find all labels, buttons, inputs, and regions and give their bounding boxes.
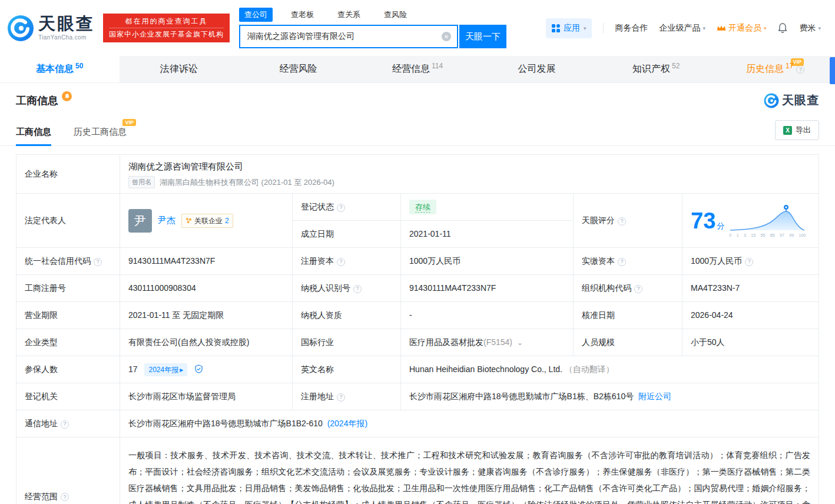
field-label: 经营范围?: [16, 437, 120, 504]
apps-menu[interactable]: 应用 ▾: [546, 18, 592, 38]
divider: [603, 23, 604, 34]
chevron-down-icon: ▾: [764, 25, 767, 31]
field-label: 登记机关: [16, 383, 120, 410]
field-label: 天眼评分?: [574, 194, 682, 248]
tab-label: 基本信息: [36, 63, 74, 75]
taxpayer-quality-cell: -: [401, 302, 574, 329]
insured-cell: 17 2024年报▸: [120, 356, 293, 383]
search-tab-risk[interactable]: 查风险: [379, 8, 412, 22]
slogan-banner: 都在用的商业查询工具 国家中小企业发展子基金旗下机构: [103, 14, 230, 42]
tab-company-development[interactable]: 公司发展: [477, 56, 597, 82]
export-button[interactable]: X 导出: [775, 120, 819, 140]
clear-search-icon[interactable]: ✕: [442, 32, 451, 41]
subtab-history-business-info[interactable]: VIP 历史工商信息: [74, 127, 127, 145]
field-label: 营业期限: [16, 302, 120, 329]
tab-label: 公司发展: [518, 63, 556, 75]
search-box: ✕: [239, 25, 458, 48]
subtab-business-info[interactable]: 工商信息: [16, 127, 51, 145]
crown-icon: [717, 24, 726, 32]
help-icon[interactable]: ?: [94, 258, 102, 266]
section-title: 工商信息: [16, 94, 72, 108]
scrollbar-thumb[interactable]: [830, 57, 835, 84]
legal-rep-link[interactable]: 尹杰: [158, 214, 175, 227]
reg-capital-cell: 1000万人民币: [401, 248, 574, 275]
field-label: 企业名称: [16, 155, 120, 194]
help-icon[interactable]: ?: [618, 258, 626, 266]
field-label: 英文名称: [293, 356, 401, 383]
notification-bell-icon[interactable]: [62, 91, 72, 101]
table-row: 企业类型 有限责任公司(自然人投资或控股) 国标行业 医疗用品及器材批发(F51…: [16, 329, 819, 356]
enterprise-label: 企业级产品: [659, 23, 700, 34]
annual-report-link[interactable]: (2024年报): [327, 419, 367, 428]
taxpayer-id-cell: 91430111MA4T233N7F: [401, 275, 574, 302]
business-info-section: 企业名称 湖南优之源咨询管理有限公司 曾用名 湖南黑白颠生物科技有限公司 (20…: [0, 146, 835, 504]
arrow-right-icon: ▸: [180, 364, 183, 375]
mail-address-cell: 长沙市雨花区湘府中路18号德思勤城市广场B1B2-610 (2024年报): [120, 410, 819, 437]
user-menu[interactable]: 费米 ▾: [799, 23, 821, 34]
field-label: 注册地址?: [293, 383, 401, 410]
search-tab-boss[interactable]: 查老板: [286, 8, 319, 22]
approve-date-cell: 2026-04-24: [682, 302, 819, 329]
avatar[interactable]: 尹: [128, 209, 152, 233]
watermark-logo: 天眼查: [764, 92, 819, 108]
annual-report-tag[interactable]: 2024年报▸: [144, 363, 187, 376]
help-icon[interactable]: ?: [337, 204, 345, 212]
username: 费米: [799, 23, 816, 34]
field-label: 纳税人识别号?: [293, 275, 401, 302]
nearby-companies-link[interactable]: 附近公司: [638, 392, 671, 401]
field-label: 组织机构代码?: [574, 275, 682, 302]
related-label: 关联企业: [194, 215, 223, 226]
logo-domain: TianYanCha.com: [38, 34, 95, 41]
table-row: 统一社会信用代码? 91430111MA4T233N7F 注册资本? 1000万…: [16, 248, 819, 275]
tab-operating-risk[interactable]: 经营风险: [238, 56, 358, 82]
english-name-cell: Hunan Heiheidian Biotechnology Co., Ltd.…: [401, 356, 819, 383]
excel-icon: X: [783, 126, 792, 135]
legal-rep-cell: 尹 尹杰 关联企业 2: [120, 194, 293, 248]
field-label: 统一社会信用代码?: [16, 248, 120, 275]
tab-history-info[interactable]: VIP 历史信息 17 ?: [715, 56, 835, 82]
search-tab-company[interactable]: 查公司: [239, 8, 273, 22]
help-icon[interactable]: ?: [634, 285, 642, 293]
nav-vip-upgrade[interactable]: 开通会员 ▾: [717, 23, 767, 34]
field-label: 登记状态?: [293, 194, 401, 221]
status-badge[interactable]: 存续: [409, 200, 436, 215]
notifications-button[interactable]: [777, 22, 788, 34]
table-row: 经营范围? 一般项目：技术服务、技术开发、技术咨询、技术交流、技术转让、技术推广…: [16, 437, 819, 504]
nav-cooperation[interactable]: 商务合作: [615, 23, 648, 34]
tab-operating-info[interactable]: 经营信息 114: [358, 56, 478, 82]
slogan-line2: 国家中小企业发展子基金旗下机构: [109, 28, 224, 39]
field-label: 工商注册号: [16, 275, 120, 302]
reg-number-cell: 430111000908304: [120, 275, 293, 302]
credit-code-cell: 91430111MA4T233N7F: [120, 248, 293, 275]
help-icon[interactable]: ?: [337, 393, 345, 402]
search-button[interactable]: 天眼一下: [459, 25, 506, 48]
org-code-cell: MA4T233N-7: [682, 275, 819, 302]
tab-legal-proceedings[interactable]: 法律诉讼: [120, 56, 239, 82]
search-tab-relation[interactable]: 查关系: [332, 8, 366, 22]
help-icon[interactable]: ?: [61, 420, 69, 429]
related-count: 2: [225, 215, 229, 226]
help-icon[interactable]: ?: [61, 493, 69, 501]
help-icon[interactable]: ?: [353, 285, 362, 293]
help-icon[interactable]: ?: [745, 258, 753, 266]
tianyancha-logo[interactable]: 天眼查 TianYanCha.com: [7, 15, 95, 42]
related-companies-badge[interactable]: 关联企业 2: [181, 214, 233, 228]
social-insurance-icon[interactable]: [194, 366, 203, 375]
company-tab-bar: 基本信息 50 法律诉讼 经营风险 经营信息 114 公司发展 知识产权 52 …: [0, 56, 835, 83]
tab-intellectual-property[interactable]: 知识产权 52: [597, 56, 716, 82]
chevron-down-icon: ▾: [703, 25, 705, 31]
tab-basic-info[interactable]: 基本信息 50: [0, 56, 120, 82]
watermark-text: 天眼查: [782, 92, 819, 108]
help-icon[interactable]: ?: [337, 258, 345, 266]
business-scope-text: 一般项目：技术服务、技术开发、技术咨询、技术交流、技术转让、技术推广；工程和技术…: [128, 441, 810, 504]
chevron-down-icon[interactable]: ⌄: [517, 339, 523, 347]
table-row: 营业期限 2021-01-11 至 无固定期限 纳税人资质 - 核准日期 202…: [16, 302, 819, 329]
search-input[interactable]: [240, 32, 457, 41]
help-icon[interactable]: ?: [618, 217, 626, 226]
apps-grid-icon: [552, 24, 560, 32]
help-icon[interactable]: ?: [796, 65, 804, 74]
field-label: 实缴资本?: [574, 248, 682, 275]
nav-enterprise-products[interactable]: 企业级产品 ▾: [659, 23, 705, 34]
business-info-table: 企业名称 湖南优之源咨询管理有限公司 曾用名 湖南黑白颠生物科技有限公司 (20…: [16, 154, 819, 504]
field-label: 国标行业: [293, 329, 401, 356]
